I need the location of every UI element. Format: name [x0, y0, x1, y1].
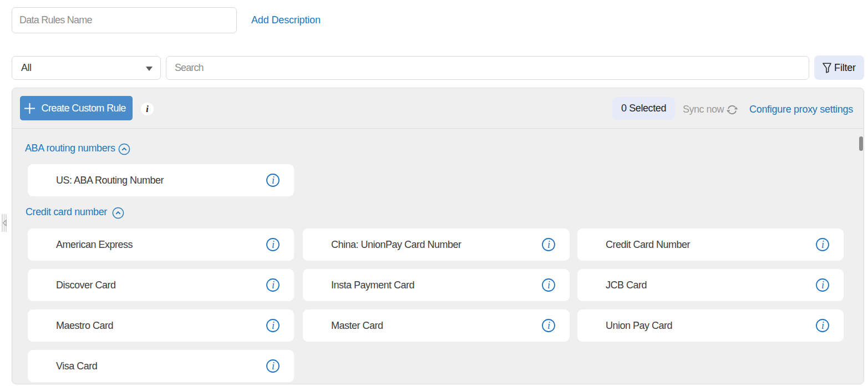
svg-text:i: i [272, 238, 275, 250]
svg-text:i: i [272, 319, 275, 331]
svg-text:i: i [547, 238, 550, 250]
svg-text:i: i [547, 319, 550, 331]
svg-text:i: i [821, 238, 824, 250]
svg-text:i: i [821, 279, 824, 290]
svg-text:i: i [272, 174, 275, 185]
svg-text:i: i [821, 319, 824, 331]
svg-text:i: i [547, 279, 550, 290]
svg-text:i: i [272, 360, 275, 371]
svg-text:i: i [272, 279, 275, 290]
